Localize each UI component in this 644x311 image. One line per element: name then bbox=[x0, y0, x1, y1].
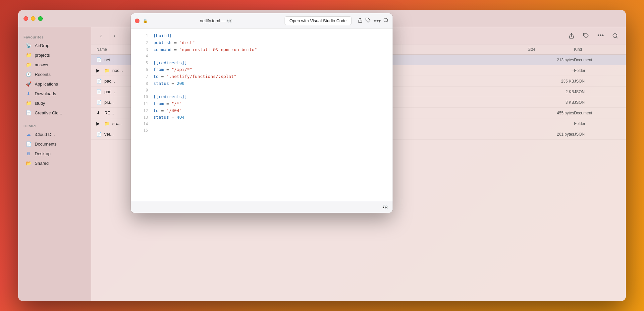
traffic-lights bbox=[24, 16, 43, 21]
file-size: 2 KB bbox=[528, 90, 574, 94]
size-column-header: Size bbox=[528, 46, 574, 53]
sidebar-item-desktop[interactable]: 🖥 Desktop bbox=[20, 149, 89, 158]
preview-close-button[interactable]: ✕ bbox=[135, 19, 139, 23]
code-content: from = "/api/*" bbox=[153, 66, 192, 73]
folder-indicator: ▶ bbox=[96, 68, 102, 73]
sidebar-item-label: Desktop bbox=[35, 151, 51, 156]
sidebar-item-icloud-drive[interactable]: ☁ iCloud D... bbox=[20, 130, 89, 139]
line-number: 4 bbox=[136, 53, 148, 59]
code-line: 3 command = "npm install && npm run buil… bbox=[131, 46, 393, 53]
sidebar-item-documents[interactable]: 📄 Documents bbox=[20, 139, 89, 149]
back-button[interactable]: ‹ bbox=[96, 31, 106, 40]
file-kind: JSON bbox=[574, 100, 620, 105]
documents-icon: 📄 bbox=[26, 141, 31, 147]
preview-footer-eyes: 👀 bbox=[382, 205, 388, 210]
file-name: src... bbox=[112, 121, 122, 126]
code-content: to = ".netlify/functions/:splat" bbox=[153, 73, 236, 80]
toml-section: [[redirects]] bbox=[153, 60, 187, 65]
line-number: 14 bbox=[136, 121, 148, 127]
code-content: status = 200 bbox=[153, 80, 185, 87]
search-preview-icon[interactable] bbox=[383, 18, 389, 24]
code-line: 10[[redirects]] bbox=[131, 93, 393, 100]
line-number: 1 bbox=[136, 33, 148, 39]
toml-key: from bbox=[153, 67, 164, 72]
toml-string: "dist" bbox=[179, 40, 195, 45]
forward-button[interactable]: › bbox=[110, 31, 119, 40]
file-icon: 📄 bbox=[96, 79, 102, 84]
sidebar-item-label: AirDrop bbox=[35, 43, 49, 48]
file-kind: Folder bbox=[574, 68, 620, 73]
share-preview-icon[interactable] bbox=[357, 18, 363, 24]
toml-section: [[redirects]] bbox=[153, 94, 187, 99]
toml-key: status bbox=[153, 81, 169, 86]
sidebar-item-label: Documents bbox=[35, 142, 57, 147]
toml-key: status bbox=[153, 115, 169, 120]
sidebar-item-study[interactable]: 📁 study bbox=[20, 98, 89, 108]
file-name: pac... bbox=[104, 89, 115, 94]
file-size: -- bbox=[528, 68, 574, 73]
desktop-icon: 🖥 bbox=[26, 151, 31, 156]
downloads-icon: ⬇ bbox=[26, 91, 31, 96]
toml-equals: = bbox=[172, 47, 179, 52]
more-icon[interactable]: ••• bbox=[595, 31, 606, 41]
toml-equals: = bbox=[169, 81, 177, 86]
toml-key: publish bbox=[153, 40, 172, 45]
line-number: 12 bbox=[136, 108, 148, 114]
toml-key: command bbox=[153, 47, 172, 52]
toml-key: to bbox=[153, 74, 159, 79]
sidebar-item-airdrop[interactable]: 📡 AirDrop bbox=[20, 41, 89, 50]
toml-string: "/404" bbox=[166, 108, 182, 113]
tag-icon[interactable] bbox=[581, 31, 591, 41]
open-with-vscode-button[interactable]: Open with Visual Studio Code bbox=[285, 16, 351, 25]
sidebar-item-label: Recents bbox=[35, 72, 51, 77]
sidebar-item-downloads[interactable]: ⬇ Downloads bbox=[20, 89, 89, 98]
airdrop-icon: 📡 bbox=[26, 42, 31, 48]
code-line: 12 to = "/404" bbox=[131, 107, 393, 114]
share-icon[interactable] bbox=[566, 31, 577, 41]
kind-column-header: Kind bbox=[574, 46, 620, 53]
code-line: 1[build] bbox=[131, 32, 393, 39]
sidebar-item-answer[interactable]: 📁 answer bbox=[20, 60, 89, 69]
maximize-button[interactable] bbox=[38, 16, 43, 21]
preview-footer: 👀 bbox=[131, 201, 393, 213]
file-icon: 📄 bbox=[96, 132, 102, 137]
sidebar-item-applications[interactable]: 🚀 Applications bbox=[20, 79, 89, 89]
close-button[interactable] bbox=[24, 16, 28, 21]
line-number: 10 bbox=[136, 94, 148, 100]
file-kind: JSON bbox=[574, 79, 620, 84]
file-size: 213 bytes bbox=[528, 58, 574, 62]
download-file-icon: ⬇ bbox=[96, 110, 102, 116]
code-line: 15 bbox=[131, 127, 393, 134]
svg-line-7 bbox=[387, 21, 388, 22]
file-icon: 📄 bbox=[96, 57, 102, 63]
file-icon: 📄 bbox=[96, 89, 102, 94]
code-content: [build] bbox=[153, 32, 172, 39]
file-kind: JSON bbox=[574, 90, 620, 94]
line-number: 13 bbox=[136, 114, 148, 121]
search-icon[interactable] bbox=[610, 31, 620, 41]
tag-preview-icon[interactable] bbox=[365, 18, 371, 24]
favourites-label: Favourites bbox=[18, 32, 91, 40]
file-name: net... bbox=[104, 57, 114, 62]
code-line: 9 bbox=[131, 87, 393, 93]
sidebar-item-shared[interactable]: 📂 Shared bbox=[20, 158, 89, 168]
file-size: 3 KB bbox=[528, 100, 574, 105]
sidebar-item-projects[interactable]: 📁 projects bbox=[20, 50, 89, 60]
minimize-button[interactable] bbox=[31, 16, 35, 21]
creative-cloud-icon: 📄 bbox=[26, 110, 31, 116]
code-content: to = "/404" bbox=[153, 107, 182, 114]
toml-number: 404 bbox=[177, 115, 184, 120]
file-size: -- bbox=[528, 121, 574, 126]
sidebar-item-creative-cloud[interactable]: 📄 Creative Clo... bbox=[20, 108, 89, 117]
sidebar-item-label: study bbox=[35, 101, 45, 106]
file-name: plu... bbox=[104, 100, 114, 105]
line-number: 6 bbox=[136, 67, 148, 73]
code-content: [[redirects]] bbox=[153, 93, 187, 100]
preview-title: netlify.toml — 👀 bbox=[151, 18, 281, 23]
file-kind: JSON bbox=[574, 132, 620, 137]
applications-icon: 🚀 bbox=[26, 81, 31, 87]
line-number: 7 bbox=[136, 74, 148, 80]
more-preview-icon[interactable]: •••▾ bbox=[373, 18, 381, 24]
file-name: ver... bbox=[104, 132, 114, 137]
sidebar-item-recents[interactable]: 🕐 Recents bbox=[20, 70, 89, 79]
